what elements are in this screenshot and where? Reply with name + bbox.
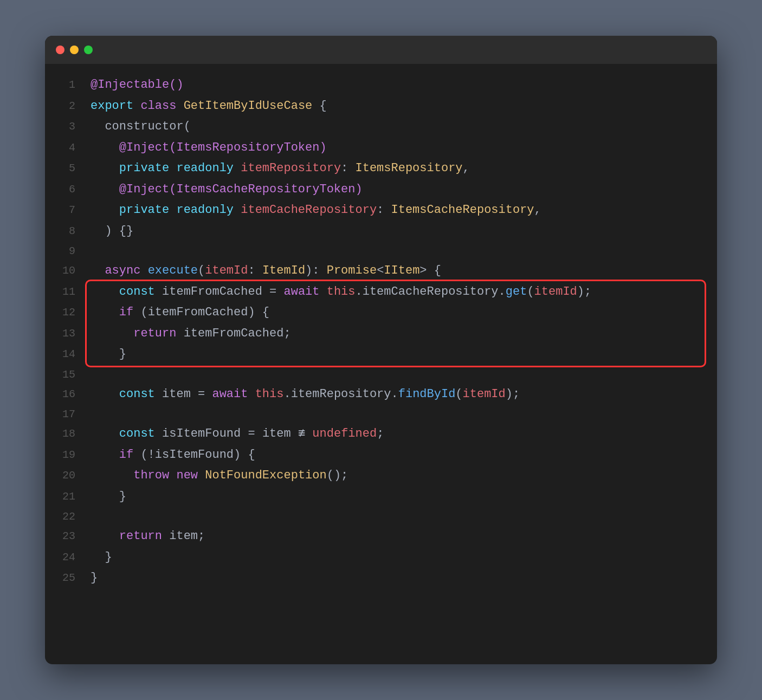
line-number: 13 (50, 324, 75, 343)
line-number: 8 (50, 222, 75, 241)
line-number: 21 (50, 487, 75, 506)
line-content: const item = await this.itemRepository.f… (91, 384, 520, 405)
line-number: 14 (50, 345, 75, 364)
line-content: const itemFromCached = await this.itemCa… (91, 282, 591, 303)
line-number: 10 (50, 261, 75, 280)
code-line: 16 const item = await this.itemRepositor… (45, 384, 717, 405)
line-content: export class GetItemByIdUseCase { (91, 96, 327, 117)
line-number: 2 (50, 96, 75, 115)
line-content: constructor( (91, 116, 191, 138)
code-line: 10 async execute(itemId: ItemId): Promis… (45, 261, 717, 282)
titlebar (45, 36, 717, 64)
line-number: 3 (50, 117, 75, 136)
line-content: } (91, 547, 112, 568)
line-content: private readonly itemRepository: ItemsRe… (91, 158, 470, 179)
maximize-button[interactable] (84, 46, 93, 54)
editor-window: 1@Injectable()2export class GetItemByIdU… (45, 36, 717, 664)
line-number: 19 (50, 445, 75, 464)
code-line: 15 (45, 365, 717, 384)
line-number: 17 (50, 405, 75, 424)
code-line: 22 (45, 507, 717, 526)
code-line: 3 constructor( (45, 116, 717, 138)
line-number: 4 (50, 138, 75, 157)
line-number: 12 (50, 303, 75, 322)
line-number: 9 (50, 242, 75, 261)
line-number: 16 (50, 385, 75, 404)
line-number: 5 (50, 159, 75, 178)
line-number: 23 (50, 527, 75, 546)
code-line: 8 ) {} (45, 221, 717, 242)
line-content: } (91, 487, 126, 508)
line-content: @Inject(ItemsRepositoryToken) (91, 138, 327, 159)
close-button[interactable] (56, 46, 64, 54)
line-content: @Injectable() (91, 75, 184, 96)
line-content: async execute(itemId: ItemId): Promise<I… (91, 261, 441, 282)
code-line: 2export class GetItemByIdUseCase { (45, 96, 717, 117)
code-line: 9 (45, 242, 717, 261)
code-area: 1@Injectable()2export class GetItemByIdU… (45, 64, 717, 664)
line-content: const isItemFound = item ≢ undefined; (91, 424, 384, 445)
line-content: if (itemFromCached) { (91, 302, 269, 323)
code-line: 7 private readonly itemCacheRepository: … (45, 200, 717, 221)
line-content: return item; (91, 526, 205, 547)
code-line: 13 return itemFromCached; (45, 323, 717, 345)
code-line: 20 throw new NotFoundException(); (45, 465, 717, 487)
code-line: 17 (45, 405, 717, 424)
minimize-button[interactable] (70, 46, 79, 54)
line-number: 18 (50, 424, 75, 443)
line-number: 1 (50, 75, 75, 94)
code-line: 21 } (45, 487, 717, 508)
line-content: } (91, 344, 126, 365)
line-number: 20 (50, 466, 75, 485)
line-number: 22 (50, 507, 75, 526)
code-line: 24 } (45, 547, 717, 568)
line-number: 15 (50, 365, 75, 384)
traffic-lights (56, 46, 93, 54)
code-line: 23 return item; (45, 526, 717, 547)
line-number: 6 (50, 180, 75, 199)
code-line: 14 } (45, 344, 717, 365)
line-number: 7 (50, 200, 75, 219)
line-number: 11 (50, 282, 75, 301)
line-number: 25 (50, 568, 75, 587)
code-line: 4 @Inject(ItemsRepositoryToken) (45, 138, 717, 159)
code-lines: 1@Injectable()2export class GetItemByIdU… (45, 75, 717, 589)
code-line: 19 if (!isItemFound) { (45, 445, 717, 466)
line-content: } (91, 568, 98, 589)
line-content: ) {} (91, 221, 133, 242)
line-content: @Inject(ItemsCacheRepositoryToken) (91, 179, 363, 200)
line-content: throw new NotFoundException(); (91, 465, 348, 487)
code-line: 12 if (itemFromCached) { (45, 302, 717, 323)
code-line: 6 @Inject(ItemsCacheRepositoryToken) (45, 179, 717, 200)
code-line: 5 private readonly itemRepository: Items… (45, 158, 717, 179)
code-line: 11 const itemFromCached = await this.ite… (45, 282, 717, 303)
code-line: 1@Injectable() (45, 75, 717, 96)
line-content: if (!isItemFound) { (91, 445, 255, 466)
line-content: return itemFromCached; (91, 323, 291, 345)
line-content: private readonly itemCacheRepository: It… (91, 200, 541, 221)
code-line: 18 const isItemFound = item ≢ undefined; (45, 424, 717, 445)
code-line: 25} (45, 568, 717, 589)
line-number: 24 (50, 548, 75, 567)
